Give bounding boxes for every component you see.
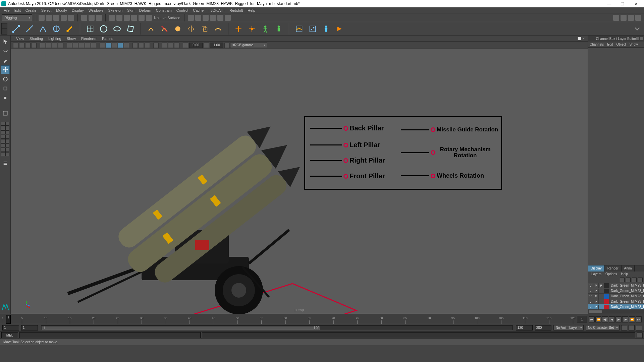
control-wheels-rotation[interactable]	[431, 174, 435, 178]
control-rotary-mechanism-rotation[interactable]	[431, 150, 435, 155]
step-forward-button[interactable]: |▶	[622, 316, 628, 322]
shelf-tab-switcher[interactable]	[1, 23, 7, 35]
pt-shadows[interactable]	[91, 43, 96, 48]
outliner-toggle[interactable]	[1, 159, 10, 168]
pt-gamma-icon[interactable]	[204, 43, 209, 48]
pt-lock-camera[interactable]	[19, 43, 24, 48]
pt-gate-mask[interactable]	[58, 43, 63, 48]
layer-horizontal-scrollbar[interactable]	[588, 310, 644, 314]
pt-wireframe[interactable]	[67, 43, 72, 48]
control-back-pillar[interactable]	[343, 126, 348, 131]
layer-menu-options[interactable]: Options	[603, 272, 619, 277]
ipr-render-button[interactable]	[195, 15, 201, 21]
scale-tool[interactable]	[1, 84, 10, 93]
menu-create[interactable]: Create	[23, 7, 39, 13]
copy-weights-button[interactable]	[199, 23, 210, 34]
cb-menu-edit[interactable]: Edit	[605, 42, 614, 47]
wrap-button[interactable]	[125, 23, 136, 34]
character-set-dropdown[interactable]: No Character Set	[586, 325, 620, 330]
parent-constraint-button[interactable]	[233, 23, 244, 34]
layer-row[interactable]: VP Dark_Green_MIM23_H...	[588, 304, 644, 310]
control-front-pillar[interactable]	[343, 174, 348, 179]
cb-menu-object[interactable]: Object	[615, 42, 628, 47]
pt-aa[interactable]	[139, 43, 144, 48]
blend-shape-button[interactable]	[112, 23, 122, 34]
render-settings-button[interactable]	[203, 15, 209, 21]
anim-start-field[interactable]	[2, 325, 19, 330]
layer-color-swatch[interactable]	[604, 305, 609, 309]
auto-key-button[interactable]	[621, 325, 627, 330]
menu-control[interactable]: Control	[174, 7, 191, 13]
step-back-button[interactable]: ◀|	[602, 316, 608, 322]
channel-box-body[interactable]	[588, 48, 644, 265]
pt-xray-joints[interactable]	[112, 43, 117, 48]
window-minimize-button[interactable]: —	[602, 0, 616, 7]
panel-restore-icon[interactable]: ⬜ ✕	[575, 37, 588, 40]
menu-edit[interactable]: Edit	[12, 7, 23, 13]
graph-editor-button[interactable]	[307, 23, 318, 34]
pt-isolate[interactable]	[100, 43, 105, 48]
current-frame-field[interactable]	[577, 316, 587, 322]
detach-skin-button[interactable]	[159, 23, 170, 34]
redo-button[interactable]	[68, 15, 74, 21]
pt-ex4[interactable]	[174, 43, 179, 48]
lattice-button[interactable]	[85, 23, 96, 34]
layer-menu-help[interactable]: Help	[619, 272, 630, 277]
step-forward-key-button[interactable]: ⏩	[629, 316, 635, 322]
select-by-hierarchy-button[interactable]	[81, 15, 87, 21]
pt-ex3[interactable]	[168, 43, 173, 48]
single-pane-layout[interactable]	[1, 109, 10, 118]
menu-select[interactable]: Select	[39, 7, 54, 13]
control-left-pillar[interactable]	[343, 143, 348, 147]
bind-skin-button[interactable]	[146, 23, 156, 34]
last-tool[interactable]	[1, 94, 10, 102]
menu-skeleton[interactable]: Skeleton	[106, 7, 125, 13]
colorspace-dropdown[interactable]: sRGB gamma	[230, 43, 267, 48]
snap-curve-button[interactable]	[116, 15, 122, 21]
select-tool[interactable]	[1, 37, 10, 46]
menu-skin[interactable]: Skin	[125, 7, 137, 13]
pt-bookmarks[interactable]	[25, 43, 31, 48]
pt-use-lights[interactable]	[85, 43, 90, 48]
script-language-toggle[interactable]: MEL	[1, 332, 18, 338]
pt-smoothshade[interactable]	[73, 43, 78, 48]
window-close-button[interactable]: ✕	[629, 0, 643, 7]
menu-cache[interactable]: Cache	[191, 7, 206, 13]
panel-menu-lighting[interactable]: Lighting	[46, 37, 64, 41]
render-current-button[interactable]	[188, 15, 194, 21]
pt-image-plane[interactable]	[31, 43, 37, 48]
quick-rig-button[interactable]	[273, 23, 284, 34]
layer-color-swatch[interactable]	[604, 299, 609, 304]
layer-color-swatch[interactable]	[604, 283, 609, 288]
pt-exposure-icon[interactable]	[183, 43, 188, 48]
lasso-tool[interactable]	[1, 47, 10, 55]
panel-menu-panels[interactable]: Panels	[99, 37, 116, 41]
cb-menu-channels[interactable]: Channels	[588, 42, 605, 47]
play-forward-button[interactable]: ▶	[615, 316, 622, 322]
mirror-weights-button[interactable]	[186, 23, 197, 34]
pt-xray[interactable]	[106, 43, 111, 48]
rig-control-panel[interactable]: Back Pillar Left Pillar Right Pillar Fro…	[304, 116, 502, 190]
orient-joint-button[interactable]	[51, 23, 62, 34]
pt-film-gate[interactable]	[46, 43, 51, 48]
menu-set-dropdown[interactable]: Rigging	[2, 14, 32, 21]
viewport-3d[interactable]: Back Pillar Left Pillar Right Pillar Fro…	[11, 49, 588, 314]
pt-ao[interactable]	[118, 43, 123, 48]
save-scene-button[interactable]	[53, 15, 59, 21]
make-live-button[interactable]	[146, 15, 152, 21]
layout-presets[interactable]	[1, 121, 10, 156]
snap-point-button[interactable]	[124, 15, 130, 21]
snap-live-button[interactable]	[139, 15, 145, 21]
menu-3dtoall[interactable]: - 3DtoAll -	[206, 7, 227, 13]
layer-tab-anim[interactable]: Anim	[622, 265, 635, 272]
menu-display[interactable]: Display	[69, 7, 86, 13]
toggle-attribute-editor-button[interactable]	[613, 15, 619, 21]
layer-move-up-icon[interactable]	[620, 278, 625, 282]
humanik-button[interactable]	[260, 23, 271, 34]
pt-hq[interactable]	[132, 43, 138, 48]
layer-tab-render[interactable]: Render	[605, 265, 622, 272]
pt-motion-blur[interactable]	[124, 43, 129, 48]
point-constraint-button[interactable]	[247, 23, 257, 34]
undo-button[interactable]	[61, 15, 67, 21]
layer-move-down-icon[interactable]	[626, 278, 631, 282]
